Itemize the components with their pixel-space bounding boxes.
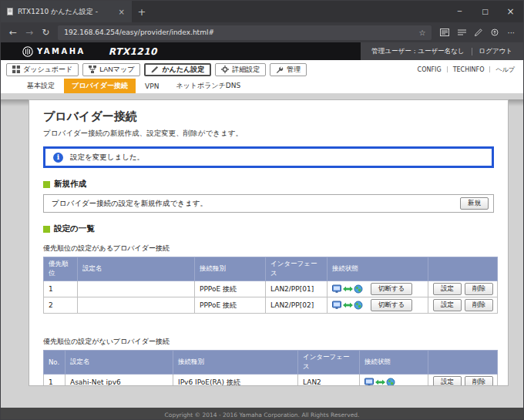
table-without-priority-caption: 優先順位の設定がないプロバイダー接続 [43,337,494,347]
col-type: 接続種別 [173,351,298,375]
connection-status-icon [332,301,363,310]
window-maximize-button[interactable]: □ [472,1,498,22]
lan-map-icon [89,66,96,73]
tabbar-spacer [152,1,447,22]
nav-easy-setup-button[interactable]: かんたん設定 [144,63,211,76]
page-favicon-icon [6,8,14,15]
copyright-text: Copyright © 2014 - 2016 Yamaha Corporati… [165,412,360,418]
notice-text: 設定を変更しました。 [70,153,144,163]
provider-table-with-priority: 優先順位 設定名 接続種別 インターフェース 接続状態 1 PPPoE 接続 L… [43,257,498,314]
notice-banner: i 設定を変更しました。 [43,146,494,168]
provider-table-without-priority: No. 設定名 接続種別 インターフェース 接続状態 1 Asahi-Net i… [43,350,498,386]
wrench-icon [276,66,284,73]
url-field[interactable]: 192.168.64.254/easy/provider/index.html#… [58,25,432,40]
cell-priority: 2 [44,297,78,314]
table-header-row: 優先順位 設定名 接続種別 インターフェース 接続状態 [44,257,498,281]
new-button[interactable]: 新規 [460,197,489,210]
new-creation-text: プロバイダー接続の設定を新規作成できます。 [52,199,207,209]
cell-type: IPv6 IPoE(RA) 接続 [173,375,298,387]
subnav-netvolante-dns[interactable]: ネットボランチDNS [168,79,248,93]
col-type: 接続種別 [195,257,266,281]
site-header: YAMAHA RTX1210 管理ユーザー：ユーザー名なし ログアウト [1,42,523,60]
window-minimize-button[interactable]: ─ [447,1,472,22]
cell-name [78,281,195,297]
reading-view-icon[interactable] [440,29,449,36]
delete-button[interactable]: 削除 [465,376,493,386]
forward-icon[interactable]: → [25,28,33,37]
cell-name: Asahi-Net ipv6 [66,375,173,387]
favorite-star-icon[interactable]: ☆ [418,29,425,37]
table-row: 2 PPPoE 接続 LAN2/PP[02] 切断する 設定削除 [44,297,498,314]
sub-nav: 基本設定 プロバイダー接続 VPN ネットボランチDNS [1,79,523,93]
col-status: 接続状態 [360,351,428,375]
col-no: No. [44,351,66,375]
brand-wordmark: YAMAHA [37,47,86,55]
browser-tab-bar: RTX1210 かんたん設定 - × + ─ □ × [1,1,523,22]
help-link[interactable]: ヘルプ [495,66,515,74]
tab-close-icon[interactable]: × [117,8,126,16]
info-icon: i [53,153,63,163]
browser-tab[interactable]: RTX1210 かんたん設定 - × [1,1,132,22]
cell-status: 切断する [328,281,428,297]
nav-link-divider [489,66,490,72]
refresh-icon[interactable]: ↻ [42,28,49,37]
logout-link[interactable]: ログアウト [479,47,513,56]
window-close-button[interactable]: × [498,1,523,22]
nav-link-divider [447,66,448,72]
yamaha-logo-icon [22,46,33,57]
cell-interface: LAN2/PP[02] [266,297,328,314]
configure-button[interactable]: 設定 [433,376,462,386]
disconnect-button[interactable]: 切断する [371,283,412,295]
disconnect-button[interactable]: 切断する [371,299,412,311]
easy-setup-icon [151,66,159,73]
list-section-heading: 設定の一覧 [43,223,494,234]
config-link[interactable]: CONFIG [418,66,442,73]
cell-actions: 設定削除 [428,297,498,314]
col-interface: インターフェース [266,257,328,281]
cell-status [360,375,428,387]
configure-button[interactable]: 設定 [433,283,462,295]
cell-actions: 設定削除 [428,281,498,297]
url-text[interactable]: 192.168.64.254/easy/provider/index.html# [64,29,414,36]
admin-divider [472,48,472,55]
subnav-vpn[interactable]: VPN [137,79,166,93]
table-header-row: No. 設定名 接続種別 インターフェース 接続状態 [44,351,498,375]
table-with-priority-caption: 優先順位の設定があるプロバイダー接続 [43,244,494,254]
nav-lanmap-button[interactable]: LANマップ [82,63,140,76]
delete-button[interactable]: 削除 [465,299,493,311]
subnav-basic-settings[interactable]: 基本設定 [19,79,62,93]
cell-interface: LAN2 [298,375,360,387]
nav-dashboard-button[interactable]: ダッシュボード [6,63,79,76]
tab-title: RTX1210 かんたん設定 - [18,7,113,17]
more-icon[interactable]: ··· [507,29,515,37]
table-row: 1 Asahi-Net ipv6 IPv6 IPoE(RA) 接続 LAN2 設… [44,375,498,387]
cell-actions: 設定削除 [428,375,498,387]
web-note-icon[interactable] [475,29,482,36]
techinfo-link[interactable]: TECHINFO [453,66,485,73]
col-interface: インターフェース [298,351,360,375]
nav-links: CONFIG TECHINFO ヘルプ [418,66,518,74]
hub-icon[interactable] [458,29,466,36]
browser-window: RTX1210 かんたん設定 - × + ─ □ × ← → ↻ 192.168… [0,0,524,420]
configure-button[interactable]: 設定 [433,299,462,311]
dashboard-icon [12,66,20,73]
delete-button[interactable]: 削除 [465,283,493,295]
share-icon[interactable] [491,29,499,36]
cell-type: PPPoE 接続 [195,281,266,297]
subnav-provider-connection[interactable]: プロバイダー接続 [64,79,136,93]
green-square-icon [43,181,50,188]
cell-priority: 1 [44,281,78,297]
footer-bar: Copyright © 2014 - 2016 Yamaha Corporati… [1,408,523,420]
connection-status-icon [364,378,395,386]
col-actions [428,351,498,375]
nav-admin-button[interactable]: 管理 [270,63,307,76]
back-icon[interactable]: ← [9,28,17,37]
page-content: プロバイダー接続 プロバイダー接続の新規作成、設定変更、削除ができます。 i 設… [1,99,523,420]
admin-user-box: 管理ユーザー：ユーザー名なし ログアウト [361,42,523,60]
new-creation-box: プロバイダー接続の設定を新規作成できます。 新規 [43,194,494,213]
nav-advanced-settings-button[interactable]: 詳細設定 [215,63,266,76]
col-actions [428,257,498,281]
cell-name [78,297,195,314]
new-tab-button[interactable]: + [132,1,152,22]
browser-address-bar: ← → ↻ 192.168.64.254/easy/provider/index… [1,22,523,42]
